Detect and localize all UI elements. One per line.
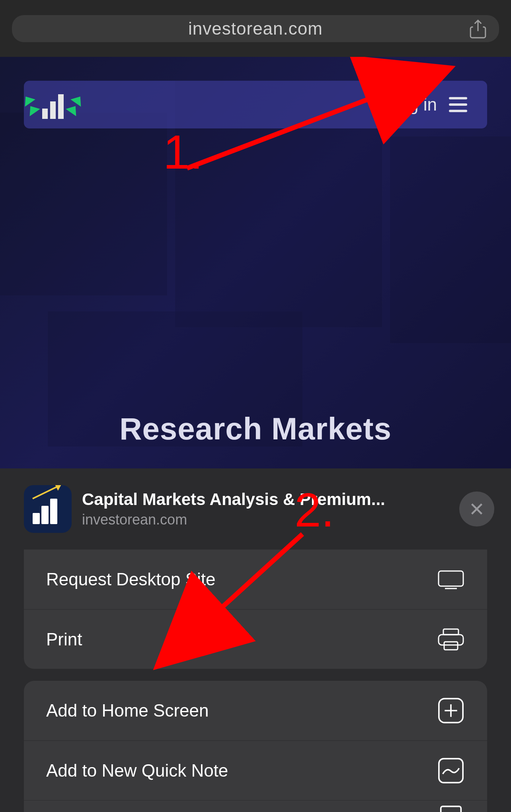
page-viewport: Log in Research Markets Capital Markets … bbox=[0, 57, 511, 812]
menu-button[interactable] bbox=[449, 97, 467, 112]
share-icon bbox=[469, 19, 487, 39]
svg-rect-6 bbox=[441, 806, 461, 812]
svg-rect-1 bbox=[443, 629, 458, 635]
url-bar[interactable]: investorean.com bbox=[12, 15, 499, 42]
share-button[interactable] bbox=[468, 19, 488, 39]
menu-item-add-to-home-screen[interactable]: Add to Home Screen bbox=[24, 681, 487, 740]
quicknote-icon bbox=[437, 759, 465, 783]
menu-item-print[interactable]: Print bbox=[24, 609, 487, 669]
login-link[interactable]: Log in bbox=[389, 95, 437, 115]
share-sheet-title: Capital Markets Analysis & Premium... bbox=[82, 490, 449, 509]
browser-chrome: investorean.com bbox=[0, 0, 511, 57]
site-nav: Log in bbox=[24, 81, 487, 128]
svg-rect-0 bbox=[439, 571, 463, 586]
share-sheet: Capital Markets Analysis & Premium... in… bbox=[0, 468, 511, 812]
close-icon bbox=[470, 502, 484, 516]
annotation-1-label: 1. bbox=[163, 124, 203, 179]
hamburger-icon bbox=[449, 97, 467, 99]
site-logo[interactable] bbox=[40, 90, 66, 119]
site-favicon bbox=[24, 485, 72, 533]
menu-item-request-desktop-site[interactable]: Request Desktop Site bbox=[24, 550, 487, 609]
menu-item-label: Add to New Quick Note bbox=[46, 761, 228, 781]
desktop-icon bbox=[437, 567, 465, 591]
menu-item-label: Print bbox=[46, 629, 82, 649]
hero-headline: Research Markets bbox=[0, 411, 511, 447]
share-menu-group-2: Add to Home Screen Add to New Quick Note bbox=[24, 681, 487, 812]
menu-item-label: Add to Home Screen bbox=[46, 701, 209, 721]
share-menu-group-1: Request Desktop Site Print bbox=[24, 550, 487, 669]
close-button[interactable] bbox=[459, 491, 494, 526]
generic-icon bbox=[437, 806, 465, 812]
share-sheet-subtitle: investorean.com bbox=[82, 511, 449, 528]
svg-rect-3 bbox=[444, 642, 458, 650]
share-sheet-header: Capital Markets Analysis & Premium... in… bbox=[0, 468, 511, 550]
svg-rect-2 bbox=[439, 635, 463, 645]
plus-square-icon bbox=[437, 699, 465, 723]
menu-item-cutoff[interactable] bbox=[24, 800, 487, 812]
url-text: investorean.com bbox=[188, 19, 323, 39]
menu-item-add-to-quick-note[interactable]: Add to New Quick Note bbox=[24, 740, 487, 800]
menu-item-label: Request Desktop Site bbox=[46, 569, 216, 589]
printer-icon bbox=[437, 627, 465, 651]
